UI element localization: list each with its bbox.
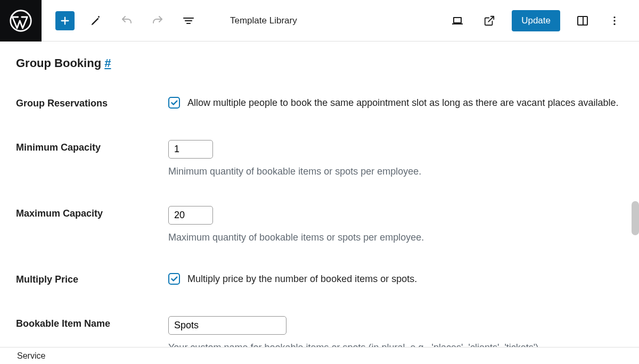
checkbox-group-reservations[interactable]	[168, 97, 180, 109]
field-max-capacity: Maximum Capacity Maximum quantity of boo…	[16, 206, 623, 243]
sidebar-toggle-button[interactable]	[573, 11, 592, 30]
add-block-button[interactable]	[55, 11, 75, 30]
pencil-icon	[90, 15, 102, 27]
field-multiply-price: Multiply Price Multiply price by the num…	[16, 272, 623, 287]
page-title-text: Group Booking	[16, 56, 104, 70]
scrollbar-thumb[interactable]	[632, 201, 639, 235]
list-view-icon	[182, 14, 195, 27]
document-title[interactable]: Template Library	[198, 15, 448, 26]
redo-button[interactable]	[148, 11, 167, 30]
label-multiply-price: Multiply Price	[16, 272, 168, 287]
undo-button[interactable]	[117, 11, 136, 30]
options-button[interactable]	[605, 11, 624, 30]
edit-button[interactable]	[86, 11, 105, 30]
page-title: Group Booking #	[16, 56, 623, 70]
input-max-capacity[interactable]	[168, 206, 213, 225]
editor-toolbar: Template Library Update	[0, 0, 639, 42]
label-max-capacity: Maximum Capacity	[16, 206, 168, 221]
update-button[interactable]: Update	[512, 10, 560, 31]
field-bookable-item-name: Bookable Item Name Your custom name for …	[16, 316, 623, 347]
wp-logo[interactable]	[0, 0, 42, 42]
label-bookable-item-name: Bookable Item Name	[16, 316, 168, 332]
help-max-capacity: Maximum quantity of bookable items or sp…	[168, 232, 623, 243]
redo-icon	[151, 14, 164, 27]
field-min-capacity: Minimum Capacity Minimum quantity of boo…	[16, 140, 623, 177]
laptop-icon	[451, 14, 464, 27]
page-title-anchor[interactable]: #	[104, 56, 111, 70]
input-min-capacity[interactable]	[168, 140, 213, 159]
wordpress-icon	[10, 10, 32, 32]
help-min-capacity: Minimum quantity of bookable items or sp…	[168, 166, 623, 177]
breadcrumb-bar: Service	[0, 347, 639, 364]
external-link-icon	[484, 15, 495, 27]
view-desktop-button[interactable]	[448, 11, 467, 30]
content-area: Group Booking # Group Reservations Allow…	[0, 42, 639, 347]
label-group-reservations: Group Reservations	[16, 96, 168, 111]
more-vertical-icon	[609, 15, 620, 27]
checkbox-multiply-price[interactable]	[168, 273, 180, 285]
text-group-reservations: Allow multiple people to book the same a…	[187, 96, 618, 110]
help-bookable-item-name: Your custom name for bookable items or s…	[168, 342, 623, 347]
toolbar-right-group: Update	[448, 10, 639, 31]
input-bookable-item-name[interactable]	[168, 316, 286, 335]
preview-button[interactable]	[480, 11, 499, 30]
breadcrumb-item[interactable]: Service	[17, 351, 45, 361]
svg-point-2	[613, 16, 615, 18]
panel-icon	[576, 14, 589, 27]
plus-icon	[59, 15, 71, 27]
undo-icon	[120, 14, 133, 27]
svg-point-4	[613, 23, 615, 24]
list-view-button[interactable]	[179, 11, 198, 30]
field-group-reservations: Group Reservations Allow multiple people…	[16, 96, 623, 111]
check-icon	[170, 275, 178, 283]
check-icon	[170, 98, 178, 107]
toolbar-left-group	[42, 11, 198, 30]
label-min-capacity: Minimum Capacity	[16, 140, 168, 155]
svg-point-3	[613, 20, 615, 21]
text-multiply-price: Multiply price by the number of booked i…	[187, 272, 417, 286]
